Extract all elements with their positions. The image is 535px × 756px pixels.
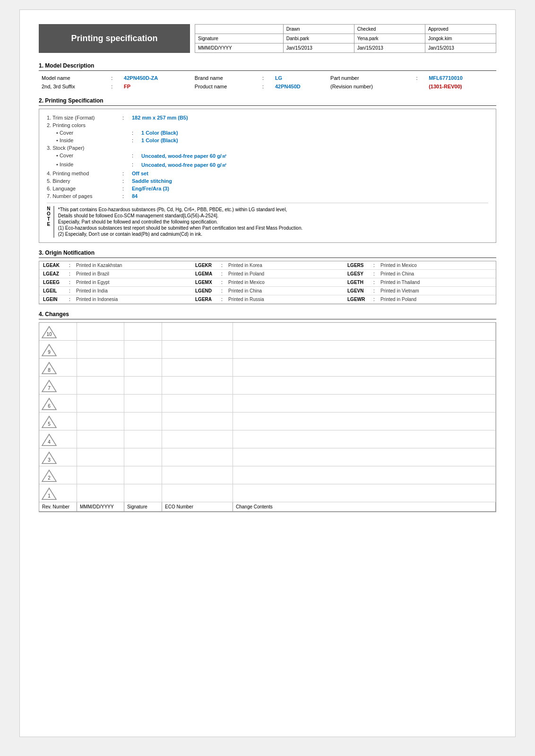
content-cell xyxy=(233,430,496,448)
triangle-icon: 5 xyxy=(41,414,57,429)
origin-lgema: LGEMA : Printed in Poland xyxy=(191,270,344,278)
rev-number-cell: 9 xyxy=(39,341,77,358)
header: Printing specification Drawn Checked App… xyxy=(39,24,496,53)
content-cell xyxy=(233,412,496,430)
svg-text:9: 9 xyxy=(48,350,51,355)
svg-text:10: 10 xyxy=(46,332,52,337)
spec-row-inside-stock: • Inside : Uncoated, wood-free paper 60 … xyxy=(47,161,488,170)
signature-cell xyxy=(124,448,162,466)
spec-row-cover-color: • Cover : 1 Color (Black) xyxy=(47,129,488,137)
changes-row: 9 xyxy=(39,341,496,359)
triangle-icon: 6 xyxy=(41,396,57,411)
svg-text:3: 3 xyxy=(48,457,51,463)
spec-row-bindery: 5. Bindery : Saddle stitching xyxy=(47,177,488,185)
changes-row: 4 xyxy=(39,430,496,448)
rev-number-cell: 4 xyxy=(39,430,77,448)
content-cell xyxy=(233,359,496,376)
changes-box: 10 9 8 7 6 5 xyxy=(39,322,496,512)
changes-row: 8 xyxy=(39,359,496,377)
origin-lgend: LGEND : Printed in China xyxy=(191,287,344,295)
origin-box: LGEAK : Printed in Kazakhstan LGEKR : Pr… xyxy=(39,261,496,304)
date-cell xyxy=(77,430,124,448)
signature-cell xyxy=(124,395,162,412)
origin-lgewr: LGEWR : Printed in Poland xyxy=(344,295,496,304)
eco-cell xyxy=(162,466,233,484)
rev-number-cell: 7 xyxy=(39,377,77,394)
date-cell xyxy=(77,395,124,412)
note-lines: *This part contains Eco-hazardous substa… xyxy=(58,206,302,238)
date-cell xyxy=(77,323,124,340)
changes-row: 7 xyxy=(39,377,496,395)
document-title: Printing specification xyxy=(39,24,190,53)
triangle-icon: 2 xyxy=(41,468,57,482)
origin-lgera: LGERA : Printed in Russia xyxy=(191,295,344,304)
triangle-icon: 9 xyxy=(41,343,57,357)
content-cell xyxy=(233,484,496,502)
date-cell xyxy=(77,466,124,484)
signature-cell xyxy=(124,412,162,430)
origin-lgeak: LGEAK : Printed in Kazakhstan xyxy=(39,261,191,270)
signature-cell xyxy=(124,430,162,448)
page: Printing specification Drawn Checked App… xyxy=(19,9,516,737)
svg-text:6: 6 xyxy=(48,404,51,409)
content-cell xyxy=(233,395,496,412)
changes-row: 1 xyxy=(39,484,496,502)
signature-cell xyxy=(124,377,162,394)
content-cell xyxy=(233,341,496,358)
note-container: N O T E *This part contains Eco-hazardou… xyxy=(47,206,488,238)
spec-row-cover-stock: • Cover : Uncoated, wood-free paper 60 g… xyxy=(47,152,488,161)
spec-row-language: 6. Language : Eng/Fre/Ara (3) xyxy=(47,185,488,192)
spec-box: 1. Trim size (Format) : 182 mm x 257 mm … xyxy=(39,109,496,243)
changes-row: 6 xyxy=(39,395,496,412)
rev-number-cell: 3 xyxy=(39,448,77,466)
rev-number-cell: 8 xyxy=(39,359,77,376)
changes-footer-header: Rev. Number MMM/DD/YYYY Signature ECO Nu… xyxy=(39,502,496,512)
origin-lgein: LGEIN : Printed in Indonesia xyxy=(39,295,191,304)
content-cell xyxy=(233,448,496,466)
rev-number-cell: 10 xyxy=(39,323,77,340)
eco-cell xyxy=(162,323,233,340)
origin-grid: LGEAK : Printed in Kazakhstan LGEKR : Pr… xyxy=(39,261,496,304)
triangle-icon: 3 xyxy=(41,450,57,464)
rev-number-cell: 5 xyxy=(39,412,77,430)
eco-cell xyxy=(162,412,233,430)
spec-row-inside-color: • Inside : 1 Color (Black) xyxy=(47,137,488,144)
changes-row: 5 xyxy=(39,412,496,430)
model-table: Model name : 42PN450D-ZA Brand name : LG… xyxy=(39,74,496,91)
origin-lgeil: LGEIL : Printed in India xyxy=(39,287,191,295)
date-cell xyxy=(77,484,124,502)
origin-lgekr: LGEKR : Printed in Korea xyxy=(191,261,344,270)
section3-title: 3. Origin Notification xyxy=(39,249,496,258)
signature-cell xyxy=(124,341,162,358)
origin-lgers: LGERS : Printed in Mexico xyxy=(344,261,496,270)
eco-cell xyxy=(162,377,233,394)
date-cell xyxy=(77,377,124,394)
signature-cell xyxy=(124,484,162,502)
section1-title: 1. Model Description xyxy=(39,62,496,71)
eco-cell xyxy=(162,484,233,502)
rev-number-cell: 1 xyxy=(39,484,77,502)
triangle-icon: 1 xyxy=(41,486,57,500)
content-cell xyxy=(233,377,496,394)
section4-title: 4. Changes xyxy=(39,311,496,319)
origin-lgeeg: LGEEG : Printed in Egypt xyxy=(39,278,191,287)
changes-rows: 10 9 8 7 6 5 xyxy=(39,323,496,502)
svg-text:1: 1 xyxy=(48,493,51,498)
changes-row: 3 xyxy=(39,448,496,466)
origin-lgemx: LGEMX : Printed in Mexico xyxy=(191,278,344,287)
spec-row-pages: 7. Number of pages : 84 xyxy=(47,192,488,200)
triangle-icon: 7 xyxy=(41,378,57,393)
triangle-icon: 8 xyxy=(41,361,57,375)
spec-row-colors: 2. Printing colors xyxy=(47,121,488,129)
origin-lgeth: LGETH : Printed in Thailand xyxy=(344,278,496,287)
origin-lgeaz: LGEAZ : Printed in Brazil xyxy=(39,270,191,278)
svg-text:8: 8 xyxy=(48,368,51,373)
changes-row: 2 xyxy=(39,466,496,484)
eco-cell xyxy=(162,359,233,376)
signature-cell xyxy=(124,323,162,340)
spec-row-stock: 3. Stock (Paper) xyxy=(47,144,488,152)
signature-cell xyxy=(124,359,162,376)
content-cell xyxy=(233,323,496,340)
approval-table: Drawn Checked Approved Signature Danbi.p… xyxy=(195,24,496,53)
origin-lgesy: LGESY : Printed in China xyxy=(344,270,496,278)
